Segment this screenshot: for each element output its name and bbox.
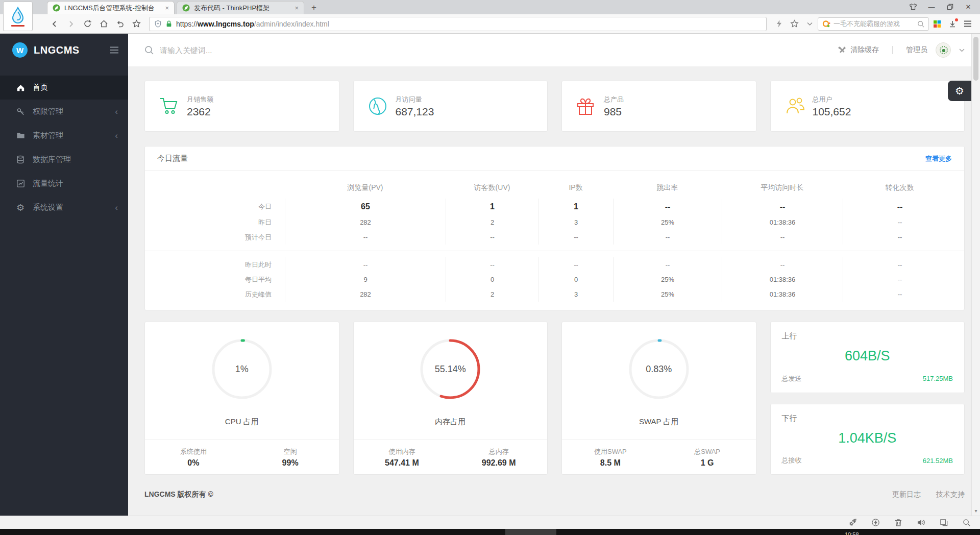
avatar[interactable] bbox=[936, 42, 951, 58]
column-header: IP数 bbox=[538, 176, 613, 199]
split-window-icon[interactable] bbox=[940, 518, 948, 527]
total-sent-label: 总发送 bbox=[782, 374, 802, 383]
scrollbar-thumb[interactable] bbox=[973, 37, 978, 81]
sidebar-item-traffic-stats[interactable]: 流量统计 bbox=[0, 172, 128, 196]
window-controls: — ✕ bbox=[905, 1, 976, 12]
upload-title: 上行 bbox=[782, 331, 953, 341]
table-row: 昨日 282 2 3 25% 01:38:36 -- bbox=[145, 215, 964, 230]
leaf-favicon bbox=[182, 4, 190, 12]
home-button[interactable] bbox=[96, 17, 111, 31]
key-icon bbox=[15, 107, 26, 116]
water-drop-icon bbox=[10, 7, 26, 24]
boss-key-rocket-icon[interactable] bbox=[848, 518, 857, 527]
column-header: 浏览量(PV) bbox=[285, 176, 446, 199]
column-header: 平均访问时长 bbox=[722, 176, 843, 199]
trash-clean-icon[interactable] bbox=[894, 518, 902, 527]
refresh-button[interactable] bbox=[80, 17, 95, 31]
stat-value: 985 bbox=[604, 106, 624, 118]
stat-label: 总用户 bbox=[813, 95, 851, 104]
apps-grid-icon[interactable] bbox=[930, 17, 944, 31]
metric-value: 992.69 M bbox=[482, 458, 516, 468]
brand-name: LNGCMS bbox=[34, 44, 110, 56]
stat-value: 2362 bbox=[187, 106, 213, 118]
speed-mode-icon[interactable] bbox=[871, 518, 880, 527]
divider bbox=[892, 46, 893, 54]
favorite-star-icon[interactable] bbox=[129, 17, 144, 31]
admin-search[interactable] bbox=[144, 45, 838, 55]
view-more-link[interactable]: 查看更多 bbox=[925, 154, 952, 163]
sidebar-item-label: 首页 bbox=[33, 83, 118, 92]
gift-icon bbox=[576, 96, 599, 116]
tools-icon bbox=[838, 46, 846, 55]
home-icon bbox=[15, 84, 26, 92]
menu-icon[interactable] bbox=[961, 17, 975, 31]
page-search-icon[interactable] bbox=[963, 519, 971, 527]
chevron-down-icon[interactable] bbox=[959, 48, 965, 52]
sidebar-item-settings[interactable]: ⚙ 系统设置 ‹ bbox=[0, 196, 128, 220]
stat-card-total-users: 总用户 105,652 bbox=[770, 81, 965, 132]
sidebar-item-label: 数据库管理 bbox=[33, 155, 118, 164]
metric-label: 总SWAP bbox=[694, 447, 720, 456]
lightning-extension-icon[interactable] bbox=[772, 17, 786, 31]
clear-cache-button[interactable]: 清除缓存 bbox=[838, 45, 879, 55]
gear-icon: ⚙ bbox=[955, 85, 964, 97]
search-icon bbox=[144, 45, 154, 55]
panel-title: 今日流量 bbox=[157, 154, 188, 163]
windows-taskbar[interactable]: 10:58 bbox=[0, 529, 980, 535]
today-traffic-panel: 今日流量 查看更多 浏览量(PV) 访客数(UV) IP数 跳出率 平均访问时长… bbox=[144, 146, 965, 310]
browser-logo[interactable] bbox=[3, 2, 33, 31]
changelog-link[interactable]: 更新日志 bbox=[892, 490, 921, 499]
shield-reader-icon[interactable] bbox=[154, 20, 162, 28]
download-title: 下行 bbox=[782, 414, 953, 423]
speaker-icon[interactable] bbox=[917, 519, 925, 526]
table-group-2: 昨日此时 -- -- -- -- -- -- 每日平均 9 bbox=[145, 257, 964, 302]
bookmark-star-icon[interactable] bbox=[787, 17, 801, 31]
skin-theme-icon[interactable] bbox=[905, 1, 921, 12]
swap-title: SWAP 占用 bbox=[639, 417, 679, 427]
brand[interactable]: W LNGCMS bbox=[0, 34, 128, 66]
tab-close-icon[interactable]: × bbox=[295, 4, 299, 12]
sidebar-item-label: 流量统计 bbox=[33, 179, 118, 188]
metric-label: 系统使用 bbox=[180, 447, 207, 456]
tab-thinkphp[interactable]: 发布代码 - ThinkPHP框架 × bbox=[177, 1, 304, 14]
sidebar-item-database[interactable]: 数据库管理 bbox=[0, 148, 128, 172]
header-actions: 清除缓存 管理员 bbox=[838, 42, 965, 58]
downloads-icon[interactable] bbox=[945, 17, 960, 31]
database-icon bbox=[15, 155, 26, 164]
quick-search-box[interactable] bbox=[818, 17, 929, 31]
admin-header: 清除缓存 管理员 bbox=[128, 34, 980, 66]
stat-value: 105,652 bbox=[813, 106, 851, 118]
back-button[interactable] bbox=[47, 17, 62, 31]
sidebar-item-home[interactable]: 首页 bbox=[0, 76, 128, 100]
admin-search-input[interactable] bbox=[160, 46, 313, 55]
undo-closed-tab-button[interactable] bbox=[112, 17, 128, 31]
tab-title: 发布代码 - ThinkPHP框架 bbox=[194, 4, 290, 13]
taskbar-app-segment[interactable] bbox=[505, 529, 556, 535]
sidebar-item-label: 权限管理 bbox=[33, 107, 115, 116]
stat-value: 687,123 bbox=[396, 106, 434, 118]
stat-label: 月访问量 bbox=[396, 95, 434, 104]
new-tab-button[interactable]: + bbox=[306, 2, 322, 13]
chevron-down-icon[interactable] bbox=[802, 17, 817, 31]
vertical-scrollbar[interactable]: ▾ bbox=[971, 34, 980, 516]
user-name: 管理员 bbox=[906, 45, 927, 55]
table-row: 每日平均 9 0 0 25% 01:38:36 -- bbox=[145, 272, 964, 287]
tab-lngcms[interactable]: LNGCMS后台管理系统-控制台 × bbox=[47, 1, 175, 14]
metric-value: 0% bbox=[187, 458, 199, 468]
sidebar-item-materials[interactable]: 素材管理 ‹ bbox=[0, 124, 128, 148]
search-icon[interactable] bbox=[917, 20, 924, 28]
sidebar: W LNGCMS 首页 权限管理 bbox=[0, 34, 128, 516]
tech-support-link[interactable]: 技术支持 bbox=[936, 490, 965, 499]
minimize-button[interactable]: — bbox=[924, 1, 939, 12]
forward-button[interactable] bbox=[63, 17, 79, 31]
table-header-row: 浏览量(PV) 访客数(UV) IP数 跳出率 平均访问时长 转化次数 bbox=[145, 176, 964, 199]
sidebar-item-permissions[interactable]: 权限管理 ‹ bbox=[0, 100, 128, 124]
scrollbar-down-arrow[interactable]: ▾ bbox=[972, 508, 980, 514]
close-button[interactable]: ✕ bbox=[961, 1, 976, 12]
settings-gear-button[interactable]: ⚙ bbox=[948, 81, 971, 101]
url-bar[interactable]: https://www.lngcms.top/admin/index/index… bbox=[149, 17, 767, 31]
sidebar-toggle-icon[interactable] bbox=[110, 46, 119, 54]
restore-button[interactable] bbox=[942, 1, 958, 12]
tab-close-icon[interactable]: × bbox=[165, 4, 169, 12]
quick-search-input[interactable] bbox=[834, 20, 914, 28]
